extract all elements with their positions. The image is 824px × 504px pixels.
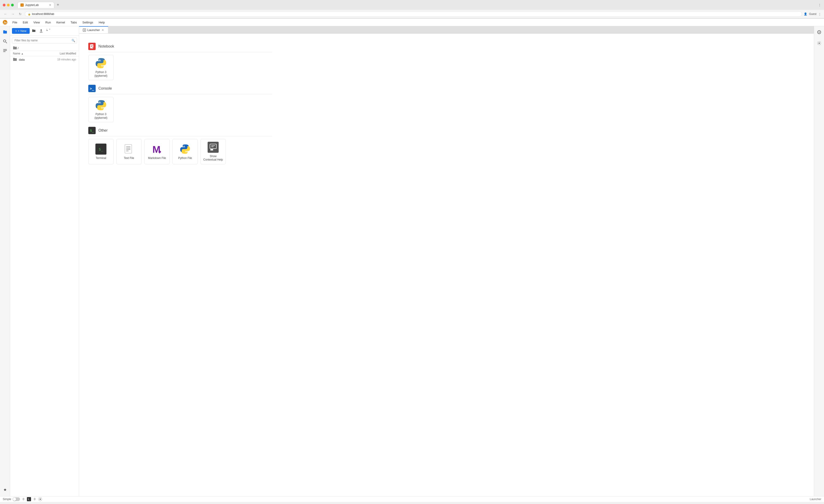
new-tab-button[interactable]: + xyxy=(55,2,61,8)
list-item[interactable]: Text File xyxy=(116,139,142,164)
browser-tab[interactable]: J JupyterLab ✕ xyxy=(17,2,54,8)
launcher-tab-label: Launcher xyxy=(87,28,100,32)
menu-edit[interactable]: Edit xyxy=(20,20,30,25)
console-section-icon: >_ xyxy=(88,85,96,92)
svg-rect-25 xyxy=(210,144,216,149)
sort-icon: ▲ xyxy=(21,52,23,55)
upload-folder-button[interactable] xyxy=(30,27,37,34)
list-item[interactable]: Python 3(ipykernel) xyxy=(88,55,114,80)
column-name[interactable]: Name ▲ xyxy=(13,52,46,55)
tab-close-icon[interactable]: ✕ xyxy=(49,3,51,7)
svg-point-23 xyxy=(184,146,185,147)
launcher-tab[interactable]: Launcher ✕ xyxy=(79,26,108,33)
terminal-icon: $_ xyxy=(95,143,107,155)
list-item[interactable]: M Markdown File xyxy=(144,139,170,164)
browser-tab-bar: J JupyterLab ✕ + xyxy=(16,2,63,8)
icon-sidebar xyxy=(0,26,10,496)
markdown-label: Markdown File xyxy=(148,156,166,160)
sidebar-item-files[interactable] xyxy=(1,28,9,36)
right-sidebar-settings[interactable] xyxy=(815,39,823,47)
main-content: Launcher ✕ Notebook xyxy=(79,26,814,496)
console-section-label: Console xyxy=(98,86,112,91)
list-item[interactable]: ShowContextual Help xyxy=(201,139,226,164)
svg-point-14 xyxy=(99,102,100,103)
menu-settings[interactable]: Settings xyxy=(80,20,95,25)
list-item[interactable]: Python File xyxy=(173,139,198,164)
file-modified: 19 minutes ago xyxy=(46,58,76,61)
notebook-section-label: Notebook xyxy=(98,44,114,48)
close-button[interactable] xyxy=(3,4,5,6)
browser-settings-icon[interactable]: ⋮ xyxy=(818,12,821,16)
other-section-title: $_ Other xyxy=(88,127,272,136)
search-input[interactable] xyxy=(12,37,77,43)
pythonfile-icon xyxy=(179,143,191,155)
status-right: Launcher xyxy=(810,498,821,501)
lock-icon: 🔒 xyxy=(28,13,30,15)
notebook-cards: Python 3(ipykernel) xyxy=(88,55,805,80)
svg-rect-7 xyxy=(40,32,42,32)
kernel-count-1: 0 xyxy=(23,498,24,501)
launcher-tab-icon xyxy=(83,28,86,32)
refresh-button[interactable]: ↻ xyxy=(17,11,23,17)
svg-rect-28 xyxy=(210,149,213,150)
list-item[interactable]: Python 3(ipykernel) xyxy=(88,97,114,122)
svg-point-15 xyxy=(102,108,103,109)
python3-notebook-icon xyxy=(95,57,107,69)
refresh-button[interactable] xyxy=(45,27,52,34)
svg-rect-4 xyxy=(3,49,7,49)
back-button[interactable]: ← xyxy=(3,11,8,17)
favicon: J xyxy=(20,3,24,7)
maximize-button[interactable] xyxy=(11,4,14,6)
list-item[interactable]: $_ Terminal xyxy=(88,139,114,164)
menu-run[interactable]: Run xyxy=(43,20,53,25)
upload-button[interactable] xyxy=(38,27,44,34)
breadcrumb-path: / xyxy=(18,46,19,50)
right-sidebar-property-inspector[interactable] xyxy=(815,28,823,36)
status-bar: Simple 0 $_ 0 Launcher xyxy=(0,496,824,502)
other-section-icon: $_ xyxy=(88,127,96,134)
new-button[interactable]: + + New xyxy=(12,28,30,34)
console-section-title: >_ Console xyxy=(88,85,272,94)
svg-text:Ju: Ju xyxy=(3,21,7,24)
file-panel-toolbar: + + New xyxy=(10,26,79,36)
browser-menu-icon[interactable]: ⋮ xyxy=(818,3,821,7)
svg-line-3 xyxy=(6,42,7,43)
svg-rect-6 xyxy=(3,51,5,52)
traffic-lights xyxy=(3,4,14,6)
other-section-label: Other xyxy=(98,128,108,133)
menu-file[interactable]: File xyxy=(10,20,19,25)
minimize-button[interactable] xyxy=(7,4,10,6)
contextual-help-label: ShowContextual Help xyxy=(203,155,223,162)
profile-area: 👤 Guest xyxy=(804,12,816,16)
breadcrumb: / xyxy=(10,45,79,51)
toggle-track[interactable] xyxy=(13,497,20,501)
jupyter-logo: Ju xyxy=(2,19,8,25)
menu-view[interactable]: View xyxy=(31,20,42,25)
search-icon: 🔍 xyxy=(72,39,75,42)
address-bar[interactable]: 🔒 localhost:8888/lab xyxy=(25,11,802,17)
svg-rect-5 xyxy=(3,50,7,51)
plus-icon: + xyxy=(15,29,17,33)
menu-tabs[interactable]: Tabs xyxy=(68,20,79,25)
svg-point-13 xyxy=(102,66,103,67)
sidebar-item-extensions[interactable] xyxy=(1,486,9,494)
tab-close-button[interactable]: ✕ xyxy=(101,28,104,32)
menu-kernel[interactable]: Kernel xyxy=(54,20,67,25)
status-launcher-label: Launcher xyxy=(810,498,821,501)
table-row[interactable]: data 19 minutes ago xyxy=(10,56,79,63)
mode-toggle[interactable]: Simple xyxy=(3,497,20,501)
sidebar-item-search[interactable] xyxy=(1,37,9,45)
settings-icon[interactable] xyxy=(38,497,42,501)
svg-point-30 xyxy=(819,43,820,44)
profile-icon: 👤 xyxy=(804,12,807,16)
column-modified: Last Modified xyxy=(46,52,76,55)
sidebar-item-running[interactable] xyxy=(1,46,9,55)
search-box[interactable]: 🔍 xyxy=(12,37,77,43)
forward-button[interactable]: → xyxy=(10,11,16,17)
tab-strip: Launcher ✕ xyxy=(79,26,814,33)
textfile-label: Text File xyxy=(124,156,134,160)
svg-point-2 xyxy=(3,40,6,42)
menu-help[interactable]: Help xyxy=(96,20,107,25)
url-text: localhost:8888/lab xyxy=(32,12,54,16)
right-sidebar xyxy=(814,26,824,496)
